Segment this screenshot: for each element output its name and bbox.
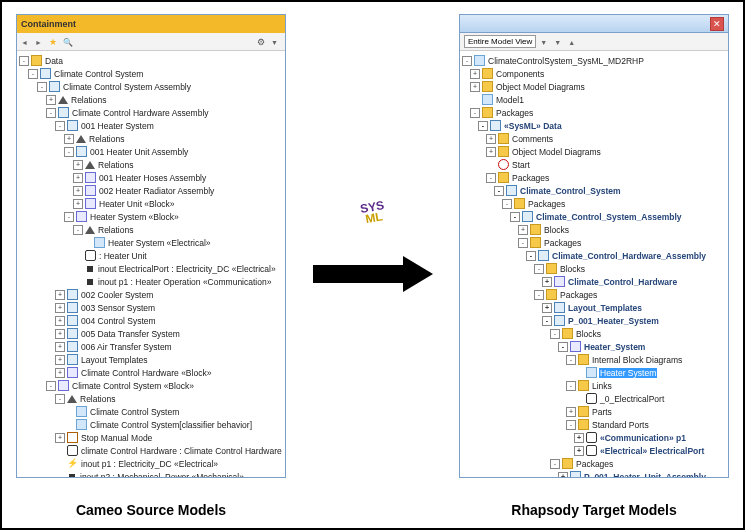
expand-toggle-icon[interactable]: +: [55, 368, 65, 378]
tree-node[interactable]: Climate Control System[classifier behavi…: [19, 418, 283, 431]
close-icon[interactable]: ✕: [710, 17, 724, 31]
tree-node[interactable]: -Climate Control System Assembly: [19, 80, 283, 93]
tree-node[interactable]: -Climate_Control_Hardware_Assembly: [462, 249, 726, 262]
tree-node[interactable]: -001 Heater System: [19, 119, 283, 132]
tree-node[interactable]: -Heater System «Block»: [19, 210, 283, 223]
expand-toggle-icon[interactable]: +: [55, 433, 65, 443]
collapse-toggle-icon[interactable]: -: [534, 264, 544, 274]
expand-toggle-icon[interactable]: +: [73, 186, 83, 196]
collapse-toggle-icon[interactable]: -: [37, 82, 47, 92]
tree-node[interactable]: -Heater_System: [462, 340, 726, 353]
expand-toggle-icon[interactable]: +: [470, 82, 480, 92]
tree-node[interactable]: -Climate_Control_System_Assembly: [462, 210, 726, 223]
collapse-toggle-icon[interactable]: -: [550, 459, 560, 469]
tree-node[interactable]: -P_001_Heater_System: [462, 314, 726, 327]
tree-node[interactable]: -ClimateControlSystem_SysML_MD2RHP: [462, 54, 726, 67]
tree-node[interactable]: +002 Cooler System: [19, 288, 283, 301]
tree-node[interactable]: +Blocks: [462, 223, 726, 236]
collapse-toggle-icon[interactable]: -: [534, 290, 544, 300]
expand-toggle-icon[interactable]: +: [470, 69, 480, 79]
expand-toggle-icon[interactable]: +: [55, 355, 65, 365]
expand-toggle-icon[interactable]: +: [574, 446, 584, 456]
tree-node[interactable]: -Packages: [462, 288, 726, 301]
collapse-toggle-icon[interactable]: -: [462, 56, 472, 66]
rhapsody-tree[interactable]: -ClimateControlSystem_SysML_MD2RHP+Compo…: [460, 51, 728, 477]
tree-node[interactable]: +002 Heater Radiator Assembly: [19, 184, 283, 197]
collapse-toggle-icon[interactable]: -: [64, 147, 74, 157]
collapse-toggle-icon[interactable]: -: [494, 186, 504, 196]
expand-toggle-icon[interactable]: +: [574, 433, 584, 443]
tree-node[interactable]: +Heater Unit «Block»: [19, 197, 283, 210]
tree-node[interactable]: -Climate Control System: [19, 67, 283, 80]
collapse-toggle-icon[interactable]: -: [566, 420, 576, 430]
expand-toggle-icon[interactable]: +: [64, 134, 74, 144]
tree-node[interactable]: +003 Sensor System: [19, 301, 283, 314]
tree-node[interactable]: +Relations: [19, 93, 283, 106]
collapse-toggle-icon[interactable]: -: [542, 316, 552, 326]
tree-node[interactable]: inout p1 : Electricity_DC «Electrical»: [19, 457, 283, 470]
expand-toggle-icon[interactable]: +: [55, 290, 65, 300]
expand-toggle-icon[interactable]: +: [558, 472, 568, 478]
tree-node[interactable]: -Internal Block Diagrams: [462, 353, 726, 366]
tree-node[interactable]: +Layout Templates: [19, 353, 283, 366]
tree-node[interactable]: +005 Data Transfer System: [19, 327, 283, 340]
tree-node[interactable]: -Packages: [462, 106, 726, 119]
collapse-toggle-icon[interactable]: -: [19, 56, 29, 66]
tree-node[interactable]: Model1: [462, 93, 726, 106]
tree-node[interactable]: -Packages: [462, 197, 726, 210]
tree-node[interactable]: Heater System: [462, 366, 726, 379]
collapse-toggle-icon[interactable]: -: [46, 108, 56, 118]
collapse-toggle-icon[interactable]: -: [566, 381, 576, 391]
tree-node[interactable]: +Layout_Templates: [462, 301, 726, 314]
tree-node[interactable]: -001 Heater Unit Assembly: [19, 145, 283, 158]
expand-toggle-icon[interactable]: +: [73, 199, 83, 209]
view-selector[interactable]: Entire Model View: [464, 35, 536, 48]
tree-node[interactable]: +Relations: [19, 158, 283, 171]
favorites-icon[interactable]: [49, 37, 59, 47]
collapse-toggle-icon[interactable]: -: [478, 121, 488, 131]
collapse-toggle-icon[interactable]: -: [55, 121, 65, 131]
collapse-toggle-icon[interactable]: -: [486, 173, 496, 183]
tree-node[interactable]: -«SysML» Data: [462, 119, 726, 132]
collapse-toggle-icon[interactable]: -: [55, 394, 65, 404]
tree-node[interactable]: +Stop Manual Mode: [19, 431, 283, 444]
collapse-toggle-icon[interactable]: -: [28, 69, 38, 79]
tree-node[interactable]: +Object Model Diagrams: [462, 145, 726, 158]
tree-node[interactable]: +Components: [462, 67, 726, 80]
expand-toggle-icon[interactable]: +: [73, 160, 83, 170]
collapse-icon[interactable]: [554, 37, 564, 47]
collapse-toggle-icon[interactable]: -: [46, 381, 56, 391]
tree-node[interactable]: -Climate_Control_System: [462, 184, 726, 197]
collapse-toggle-icon[interactable]: -: [73, 225, 83, 235]
collapse-toggle-icon[interactable]: -: [550, 329, 560, 339]
expand-toggle-icon[interactable]: +: [518, 225, 528, 235]
tree-node[interactable]: +Parts: [462, 405, 726, 418]
tree-node[interactable]: +Climate Control Hardware «Block»: [19, 366, 283, 379]
tree-node[interactable]: +«Communication» p1: [462, 431, 726, 444]
tree-node[interactable]: : Heater Unit: [19, 249, 283, 262]
tree-node[interactable]: -Links: [462, 379, 726, 392]
tree-node[interactable]: +Object Model Diagrams: [462, 80, 726, 93]
tree-node[interactable]: +«Electrical» ElectricalPort: [462, 444, 726, 457]
expand-toggle-icon[interactable]: +: [542, 277, 552, 287]
expand-toggle-icon[interactable]: +: [542, 303, 552, 313]
tree-node[interactable]: +006 Air Transfer System: [19, 340, 283, 353]
tree-node[interactable]: inout ElectricalPort : Electricity_DC «E…: [19, 262, 283, 275]
tree-node[interactable]: -Climate Control Hardware Assembly: [19, 106, 283, 119]
search-icon[interactable]: [63, 37, 73, 47]
tree-node[interactable]: -Packages: [462, 171, 726, 184]
expand-toggle-icon[interactable]: +: [566, 407, 576, 417]
tree-node[interactable]: -Climate Control System «Block»: [19, 379, 283, 392]
collapse-toggle-icon[interactable]: -: [502, 199, 512, 209]
tree-node[interactable]: +P_001_Heater_Unit_Assembly: [462, 470, 726, 477]
tree-node[interactable]: -Relations: [19, 392, 283, 405]
expand-toggle-icon[interactable]: +: [55, 303, 65, 313]
collapse-toggle-icon[interactable]: -: [558, 342, 568, 352]
tree-node[interactable]: -Packages: [462, 236, 726, 249]
tree-node[interactable]: -Relations: [19, 223, 283, 236]
tree-node[interactable]: inout p1 : Heater Operation «Communicati…: [19, 275, 283, 288]
dropdown-icon[interactable]: [271, 37, 281, 47]
expand-toggle-icon[interactable]: +: [486, 147, 496, 157]
collapse-toggle-icon[interactable]: -: [510, 212, 520, 222]
expand-toggle-icon[interactable]: +: [486, 134, 496, 144]
